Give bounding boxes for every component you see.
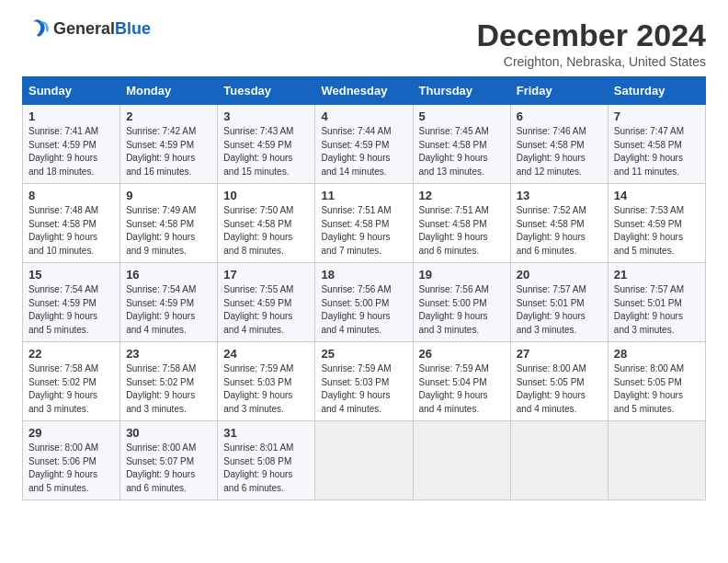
calendar-cell: 2Sunrise: 7:42 AMSunset: 4:59 PMDaylight…: [120, 105, 218, 184]
calendar-cell: 16Sunrise: 7:54 AMSunset: 4:59 PMDayligh…: [120, 263, 218, 342]
day-info: Sunrise: 7:48 AMSunset: 4:58 PMDaylight:…: [28, 204, 114, 258]
day-info: Sunrise: 7:44 AMSunset: 4:59 PMDaylight:…: [321, 125, 406, 178]
calendar-cell: 17Sunrise: 7:55 AMSunset: 4:59 PMDayligh…: [218, 263, 315, 342]
day-number: 15: [28, 268, 114, 282]
day-info: Sunrise: 7:54 AMSunset: 4:59 PMDaylight:…: [126, 283, 211, 337]
day-number: 17: [223, 268, 309, 282]
logo-wordmark: GeneralBlue: [53, 19, 151, 39]
day-number: 25: [321, 347, 406, 361]
day-info: Sunrise: 7:53 AMSunset: 4:59 PMDaylight:…: [614, 204, 700, 258]
location-title: Creighton, Nebraska, United States: [476, 54, 706, 69]
day-number: 9: [126, 189, 211, 202]
calendar-cell: 29Sunrise: 8:00 AMSunset: 5:06 PMDayligh…: [23, 421, 120, 500]
calendar-cell: 9Sunrise: 7:49 AMSunset: 4:58 PMDaylight…: [120, 184, 218, 263]
day-number: 24: [223, 347, 309, 361]
calendar-cell: 24Sunrise: 7:59 AMSunset: 5:03 PMDayligh…: [218, 342, 315, 421]
day-number: 31: [223, 426, 309, 440]
calendar-cell: 13Sunrise: 7:52 AMSunset: 4:58 PMDayligh…: [510, 184, 608, 263]
day-number: 18: [321, 268, 406, 282]
day-number: 16: [126, 268, 211, 282]
day-info: Sunrise: 7:47 AMSunset: 4:58 PMDaylight:…: [614, 125, 700, 178]
day-number: 26: [419, 347, 505, 361]
day-number: 23: [126, 347, 211, 361]
calendar-header-row: SundayMondayTuesdayWednesdayThursdayFrid…: [23, 77, 706, 105]
calendar-week-row: 15Sunrise: 7:54 AMSunset: 4:59 PMDayligh…: [23, 263, 706, 342]
day-info: Sunrise: 7:57 AMSunset: 5:01 PMDaylight:…: [614, 283, 700, 337]
day-info: Sunrise: 8:00 AMSunset: 5:07 PMDaylight:…: [126, 442, 211, 495]
day-info: Sunrise: 7:55 AMSunset: 4:59 PMDaylight:…: [223, 283, 309, 337]
calendar-cell: [413, 421, 510, 500]
day-info: Sunrise: 8:00 AMSunset: 5:05 PMDaylight:…: [614, 362, 700, 416]
calendar-cell: 1Sunrise: 7:41 AMSunset: 4:59 PMDaylight…: [23, 105, 120, 184]
calendar-cell: 12Sunrise: 7:51 AMSunset: 4:58 PMDayligh…: [413, 184, 510, 263]
day-number: 6: [517, 109, 602, 123]
day-info: Sunrise: 8:00 AMSunset: 5:06 PMDaylight:…: [28, 442, 114, 495]
day-info: Sunrise: 7:45 AMSunset: 4:58 PMDaylight:…: [419, 125, 505, 178]
weekday-header-tuesday: Tuesday: [218, 77, 315, 105]
calendar-week-row: 29Sunrise: 8:00 AMSunset: 5:06 PMDayligh…: [23, 421, 706, 500]
calendar-cell: 6Sunrise: 7:46 AMSunset: 4:58 PMDaylight…: [510, 105, 608, 184]
day-number: 11: [321, 189, 406, 202]
calendar-cell: [510, 421, 608, 500]
calendar-cell: 3Sunrise: 7:43 AMSunset: 4:59 PMDaylight…: [218, 105, 315, 184]
weekday-header-monday: Monday: [120, 77, 218, 105]
calendar-week-row: 8Sunrise: 7:48 AMSunset: 4:58 PMDaylight…: [23, 184, 706, 263]
weekday-header-saturday: Saturday: [608, 77, 705, 105]
calendar-cell: 5Sunrise: 7:45 AMSunset: 4:58 PMDaylight…: [413, 105, 510, 184]
day-info: Sunrise: 7:51 AMSunset: 4:58 PMDaylight:…: [321, 204, 406, 258]
day-number: 22: [28, 347, 114, 361]
calendar-cell: 14Sunrise: 7:53 AMSunset: 4:59 PMDayligh…: [608, 184, 705, 263]
calendar-table: SundayMondayTuesdayWednesdayThursdayFrid…: [22, 76, 706, 500]
day-number: 3: [223, 109, 309, 123]
calendar-cell: 18Sunrise: 7:56 AMSunset: 5:00 PMDayligh…: [315, 263, 413, 342]
day-info: Sunrise: 7:43 AMSunset: 4:59 PMDaylight:…: [223, 125, 309, 178]
calendar-cell: 28Sunrise: 8:00 AMSunset: 5:05 PMDayligh…: [608, 342, 705, 421]
day-number: 1: [28, 109, 114, 123]
day-number: 5: [419, 109, 505, 123]
day-number: 20: [517, 268, 602, 282]
weekday-header-wednesday: Wednesday: [315, 77, 413, 105]
weekday-header-friday: Friday: [510, 77, 608, 105]
day-number: 2: [126, 109, 211, 123]
day-info: Sunrise: 7:49 AMSunset: 4:58 PMDaylight:…: [126, 204, 211, 258]
logo: GeneralBlue: [22, 18, 151, 39]
calendar-week-row: 22Sunrise: 7:58 AMSunset: 5:02 PMDayligh…: [23, 342, 706, 421]
day-number: 29: [28, 426, 114, 440]
day-number: 10: [223, 189, 309, 202]
calendar-cell: 19Sunrise: 7:56 AMSunset: 5:00 PMDayligh…: [413, 263, 510, 342]
day-info: Sunrise: 7:58 AMSunset: 5:02 PMDaylight:…: [28, 362, 114, 416]
weekday-header-sunday: Sunday: [23, 77, 120, 105]
calendar-cell: 15Sunrise: 7:54 AMSunset: 4:59 PMDayligh…: [23, 263, 120, 342]
day-number: 21: [614, 268, 700, 282]
calendar-cell: 7Sunrise: 7:47 AMSunset: 4:58 PMDaylight…: [608, 105, 705, 184]
month-title: December 2024: [476, 18, 706, 52]
logo-general-text: General: [53, 19, 115, 38]
day-number: 27: [517, 347, 602, 361]
calendar-cell: 8Sunrise: 7:48 AMSunset: 4:58 PMDaylight…: [23, 184, 120, 263]
day-info: Sunrise: 7:41 AMSunset: 4:59 PMDaylight:…: [28, 125, 114, 178]
day-number: 14: [614, 189, 700, 202]
calendar-cell: 4Sunrise: 7:44 AMSunset: 4:59 PMDaylight…: [315, 105, 413, 184]
day-number: 4: [321, 109, 406, 123]
logo-blue-text: Blue: [115, 19, 151, 38]
calendar-cell: 20Sunrise: 7:57 AMSunset: 5:01 PMDayligh…: [510, 263, 608, 342]
calendar-cell: 23Sunrise: 7:58 AMSunset: 5:02 PMDayligh…: [120, 342, 218, 421]
calendar-week-row: 1Sunrise: 7:41 AMSunset: 4:59 PMDaylight…: [23, 105, 706, 184]
day-info: Sunrise: 7:50 AMSunset: 4:58 PMDaylight:…: [223, 204, 309, 258]
day-info: Sunrise: 7:59 AMSunset: 5:04 PMDaylight:…: [419, 362, 505, 416]
day-info: Sunrise: 7:56 AMSunset: 5:00 PMDaylight:…: [419, 283, 505, 337]
day-info: Sunrise: 7:59 AMSunset: 5:03 PMDaylight:…: [321, 362, 406, 416]
calendar-cell: 30Sunrise: 8:00 AMSunset: 5:07 PMDayligh…: [120, 421, 218, 500]
calendar-cell: 25Sunrise: 7:59 AMSunset: 5:03 PMDayligh…: [315, 342, 413, 421]
day-number: 13: [517, 189, 602, 202]
day-info: Sunrise: 8:00 AMSunset: 5:05 PMDaylight:…: [517, 362, 602, 416]
calendar-cell: 21Sunrise: 7:57 AMSunset: 5:01 PMDayligh…: [608, 263, 705, 342]
calendar-cell: 10Sunrise: 7:50 AMSunset: 4:58 PMDayligh…: [218, 184, 315, 263]
logo-icon: [22, 18, 50, 39]
day-number: 28: [614, 347, 700, 361]
calendar-cell: 11Sunrise: 7:51 AMSunset: 4:58 PMDayligh…: [315, 184, 413, 263]
day-info: Sunrise: 7:42 AMSunset: 4:59 PMDaylight:…: [126, 125, 211, 178]
day-number: 19: [419, 268, 505, 282]
day-info: Sunrise: 7:58 AMSunset: 5:02 PMDaylight:…: [126, 362, 211, 416]
calendar-cell: 27Sunrise: 8:00 AMSunset: 5:05 PMDayligh…: [510, 342, 608, 421]
